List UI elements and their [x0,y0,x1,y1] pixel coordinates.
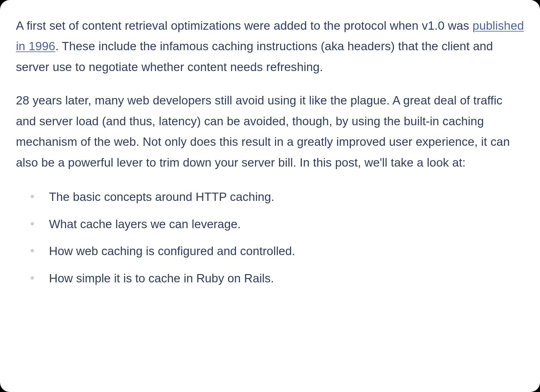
article-card: A first set of content retrieval optimiz… [0,0,540,392]
list-item: The basic concepts around HTTP caching. [31,188,524,206]
paragraph-text: . These include the infamous caching ins… [16,40,493,73]
intro-paragraph-2: 28 years later, many web developers stil… [16,90,524,173]
list-item: How web caching is configured and contro… [31,242,524,260]
list-item: What cache layers we can leverage. [31,215,524,233]
list-item: How simple it is to cache in Ruby on Rai… [31,270,524,288]
topics-list: The basic concepts around HTTP caching. … [16,188,524,287]
paragraph-text: A first set of content retrieval optimiz… [16,19,473,32]
intro-paragraph-1: A first set of content retrieval optimiz… [16,15,524,77]
